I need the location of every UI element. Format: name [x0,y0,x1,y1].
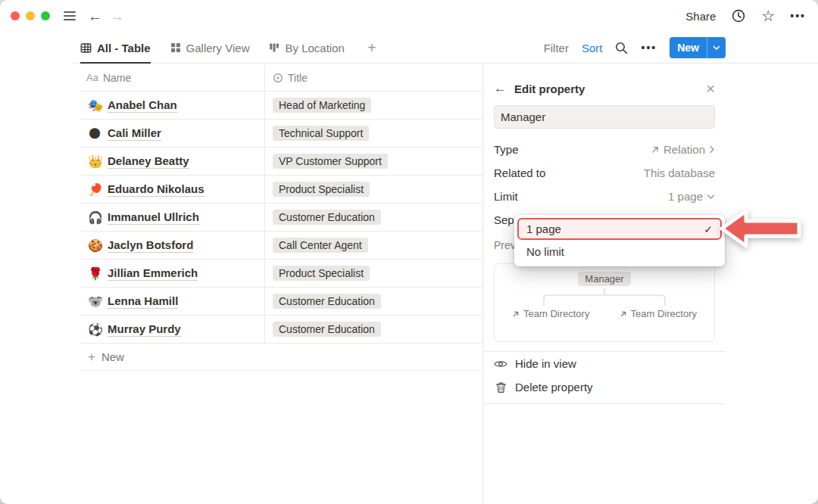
option-label: 1 page [526,222,561,235]
option-1-page[interactable]: 1 page ✓ [517,218,722,240]
name-cell[interactable]: 🐨 Lenna Hamill [80,288,265,315]
chevron-down-icon [707,194,715,200]
name-cell[interactable]: 🌑 Cali Miller [80,120,265,147]
row-emoji-icon: 🎭 [88,98,101,113]
edit-property-panel: ← Edit property × Type Relation [482,64,726,504]
view-more-options-icon[interactable]: ••• [641,42,657,54]
row-emoji-icon: 🌹 [88,266,101,281]
back-icon[interactable]: ← [88,9,102,23]
trash-icon [494,381,507,394]
field-value-type[interactable]: Relation [651,143,715,156]
row-emoji-icon: 🐨 [88,294,101,309]
title-cell[interactable]: Technical Support [265,126,482,141]
tab-gallery-view[interactable]: Gallery View [170,32,250,64]
person-name[interactable]: Cali Miller [108,126,161,141]
view-tabbar: All - Table Gallery View By Location [0,32,818,64]
field-value-text: Relation [663,143,705,156]
sidebar-toggle-icon[interactable] [64,11,76,20]
column-header-title[interactable]: Title [265,64,482,91]
minimize-window-button[interactable] [26,11,35,20]
title-cell[interactable]: VP Customer Support [265,154,482,169]
row-emoji-icon: 🍪 [88,238,101,253]
add-view-button[interactable]: + [367,39,376,57]
filter-button[interactable]: Filter [544,42,569,54]
title-tag: Head of Marketing [273,98,371,113]
new-button[interactable]: New [670,37,726,58]
title-cell[interactable]: Product Specialist [265,182,482,197]
field-label: Related to [494,166,545,179]
field-limit[interactable]: Limit 1 page [494,185,715,208]
new-row-button[interactable]: + New [80,344,482,371]
select-property-icon [273,73,283,83]
table-row[interactable]: 🎭 Anabel Chan Head of Marketing [80,92,482,120]
zoom-window-button[interactable] [41,11,50,20]
name-cell[interactable]: 🍪 Jaclyn Botsford [80,232,265,259]
tab-all-table[interactable]: All - Table [80,32,151,64]
title-cell[interactable]: Head of Marketing [265,98,482,113]
title-cell[interactable]: Call Center Agent [265,238,482,253]
favorite-star-icon[interactable]: ☆ [761,8,775,23]
table-row[interactable]: 🐨 Lenna Hamill Customer Education [80,288,482,316]
title-tag: VP Customer Support [273,154,388,169]
person-name[interactable]: Immanuel Ullrich [108,210,199,225]
name-cell[interactable]: 🎧 Immanuel Ullrich [80,204,265,231]
preview-item: Team Directory [512,308,589,319]
title-tag: Customer Education [273,294,381,309]
property-name-input[interactable] [494,105,715,129]
new-button-chevron-down-icon[interactable] [707,37,726,58]
person-name[interactable]: Jillian Emmerich [108,266,198,281]
name-cell[interactable]: 🎭 Anabel Chan [80,92,265,119]
field-type[interactable]: Type Relation [494,138,715,161]
updates-clock-icon[interactable] [731,8,746,23]
column-header-name[interactable]: Aa Name [80,64,265,91]
field-value-limit[interactable]: 1 page [668,190,715,203]
person-name[interactable]: Anabel Chan [108,98,177,113]
more-options-icon[interactable]: ••• [790,10,806,22]
title-tag: Product Specialist [273,182,370,197]
preview-items: Team Directory Team Directory [512,308,697,319]
title-cell[interactable]: Product Specialist [265,266,482,281]
table-row[interactable]: 👑 Delaney Beatty VP Customer Support [80,148,482,176]
relation-arrow-icon [620,310,627,318]
panel-back-icon[interactable]: ← [494,81,507,96]
name-cell[interactable]: 🌹 Jillian Emmerich [80,260,265,287]
table-view-icon [80,42,92,54]
tab-by-location[interactable]: By Location [269,32,344,64]
hide-in-view-button[interactable]: Hide in view [494,352,715,375]
search-icon[interactable] [615,42,628,54]
delete-property-button[interactable]: Delete property [494,375,715,399]
name-cell[interactable]: 🏓 Eduardo Nikolaus [80,176,265,203]
table-row[interactable]: 🏓 Eduardo Nikolaus Product Specialist [80,176,482,204]
title-cell[interactable]: Customer Education [265,322,482,337]
close-window-button[interactable] [11,11,20,20]
person-name[interactable]: Jaclyn Botsford [108,238,193,253]
title-tag: Call Center Agent [273,238,368,253]
table-row[interactable]: 🌑 Cali Miller Technical Support [80,120,482,148]
new-button-label[interactable]: New [670,37,707,58]
person-name[interactable]: Lenna Hamill [108,294,178,309]
table-header: Aa Name Title [80,64,482,92]
person-name[interactable]: Eduardo Nikolaus [108,182,204,197]
title-cell[interactable]: Customer Education [265,294,482,309]
option-no-limit[interactable]: No limit [517,240,722,263]
name-cell[interactable]: 👑 Delaney Beatty [80,148,265,175]
forward-icon[interactable]: → [110,9,124,23]
panel-close-icon[interactable]: × [706,81,715,96]
person-name[interactable]: Murray Purdy [108,322,181,337]
table-row[interactable]: ⚽ Murray Purdy Customer Education [80,316,482,344]
person-name[interactable]: Delaney Beatty [108,154,189,169]
field-value-related-to: This database [644,166,715,179]
board-view-icon [269,42,279,53]
name-cell[interactable]: ⚽ Murray Purdy [80,316,265,343]
action-label: Delete property [515,381,593,394]
row-emoji-icon: ⚽ [88,322,101,337]
panel-header: ← Edit property × [494,78,715,99]
table-row[interactable]: 🌹 Jillian Emmerich Product Specialist [80,260,482,288]
title-cell[interactable]: Customer Education [265,210,482,225]
table-row[interactable]: 🎧 Immanuel Ullrich Customer Education [80,204,482,232]
sort-button[interactable]: Sort [582,42,603,54]
tab-label: Gallery View [186,42,250,54]
share-button[interactable]: Share [685,10,716,23]
field-related-to[interactable]: Related to This database [494,161,715,185]
table-row[interactable]: 🍪 Jaclyn Botsford Call Center Agent [80,232,482,260]
